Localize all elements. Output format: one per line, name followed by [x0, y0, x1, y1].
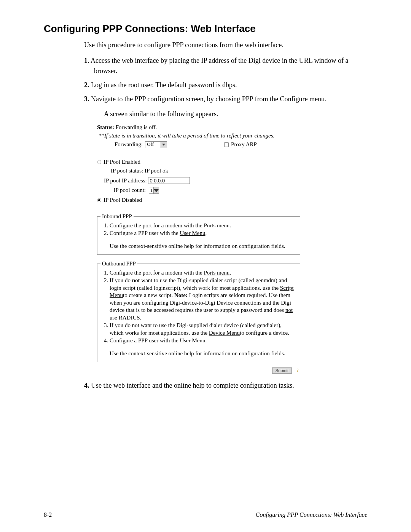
ip-pool-block: IP Pool Enabled IP pool status: IP pool … — [97, 158, 300, 204]
ip-pool-enabled-radio[interactable]: IP Pool Enabled — [97, 158, 300, 166]
page-footer: 8-2 Configuring PPP Connections: Web Int… — [44, 511, 367, 518]
ports-menu-link[interactable]: Ports menu — [204, 270, 229, 276]
ppp-config-screenshot: Status: Forwarding is off. **If state is… — [97, 124, 300, 374]
proxy-arp-label: Proxy ARP — [231, 141, 257, 149]
step-number: 1. — [84, 57, 89, 64]
inbound-item: Configure a PPP user with the User Menu. — [110, 230, 297, 237]
step-number: 2. — [84, 81, 89, 89]
step-2: 2. Log in as the root user. The default … — [84, 80, 367, 90]
outbound-list: Configure the port for a modem with the … — [100, 269, 297, 345]
inbound-list: Configure the port for a modem with the … — [100, 222, 297, 237]
step-text: Use the web interface and the online hel… — [91, 382, 294, 389]
chevron-down-icon — [161, 142, 167, 148]
ip-pool-address-input[interactable] — [148, 177, 190, 184]
outbound-item: If you do not want to use the Digi-suppl… — [110, 322, 297, 337]
forwarding-select[interactable]: Off — [145, 141, 167, 148]
transition-note: **If state is in transition, it will tak… — [99, 132, 300, 140]
forwarding-value: Off — [145, 141, 161, 148]
step-text: Access the web interface by placing the … — [91, 57, 348, 75]
inbound-legend: Inbound PPP — [100, 213, 134, 220]
ip-pool-count-row: IP pool count: 1 — [111, 187, 300, 194]
step-text: Log in as the root user. The default pas… — [91, 81, 237, 89]
submit-row: Submit ? — [97, 367, 300, 374]
step-number: 3. — [84, 95, 89, 103]
user-menu-link[interactable]: User Menu — [180, 230, 205, 236]
inbound-help-text: Use the context-sensitive online help fo… — [110, 243, 297, 250]
status-line: Status: Forwarding is off. — [97, 124, 300, 131]
forwarding-label: Forwarding: — [115, 141, 143, 149]
ip-pool-count-label: IP pool count: — [111, 187, 146, 194]
outbound-item: If you do not want to use the Digi-suppl… — [110, 277, 297, 321]
step-number: 4. — [84, 382, 89, 389]
step-text: Navigate to the PPP configuration screen… — [91, 95, 327, 103]
inbound-ppp-fieldset: Inbound PPP Configure the port for a mod… — [97, 213, 300, 255]
forwarding-row: Forwarding: Off Proxy ARP — [97, 141, 300, 149]
ip-pool-address-row: IP pool IP address: — [104, 177, 300, 185]
ip-pool-status-label: IP pool status: — [111, 168, 143, 174]
step-list: 1. Access the web interface by placing t… — [84, 56, 367, 119]
ports-menu-link[interactable]: Ports menu — [204, 222, 229, 228]
step-subtext: A screen similar to the following appear… — [94, 109, 367, 119]
proxy-arp-checkbox[interactable]: Proxy ARP — [224, 141, 257, 149]
page-heading: Configuring PPP Connections: Web Interfa… — [44, 23, 367, 35]
ip-pool-status: IP pool status: IP pool ok — [111, 167, 300, 175]
step-1: 1. Access the web interface by placing t… — [84, 56, 367, 76]
outbound-ppp-fieldset: Outbound PPP Configure the port for a mo… — [97, 260, 300, 362]
status-value: Forwarding is off. — [116, 124, 157, 130]
ip-pool-status-value: IP pool ok — [145, 168, 168, 174]
step-3: 3. Navigate to the PPP configuration scr… — [84, 94, 367, 119]
submit-button[interactable]: Submit — [272, 367, 292, 374]
device-menu-link[interactable]: Device Menu — [209, 330, 240, 336]
footer-title: Configuring PPP Connections: Web Interfa… — [256, 511, 367, 518]
outbound-item: Configure the port for a modem with the … — [110, 269, 297, 277]
radio-icon — [97, 198, 101, 202]
intro-text: Use this procedure to configure PPP conn… — [84, 40, 367, 50]
status-label: Status: — [97, 124, 114, 130]
ip-pool-enabled-label: IP Pool Enabled — [104, 158, 140, 166]
outbound-help-text: Use the context-sensitive online help fo… — [110, 350, 297, 358]
ip-pool-count-value: 1 — [149, 187, 154, 194]
checkbox-icon — [224, 142, 229, 147]
help-icon[interactable]: ? — [295, 368, 300, 373]
outbound-legend: Outbound PPP — [100, 260, 137, 268]
outbound-item: Configure a PPP user with the User Menu. — [110, 337, 297, 345]
ip-pool-address-label: IP pool IP address: — [104, 177, 147, 184]
step-list-cont: 4. Use the web interface and the online … — [84, 380, 367, 391]
user-menu-link[interactable]: User Menu — [180, 337, 205, 343]
inbound-item: Configure the port for a modem with the … — [110, 222, 297, 230]
page-number: 8-2 — [44, 511, 52, 518]
step-4: 4. Use the web interface and the online … — [84, 380, 367, 391]
ip-pool-disabled-radio[interactable]: IP Pool Disabled — [97, 197, 300, 204]
chevron-down-icon — [153, 187, 159, 193]
ip-pool-count-select[interactable]: 1 — [149, 187, 159, 194]
ip-pool-disabled-label: IP Pool Disabled — [104, 197, 142, 204]
radio-icon — [97, 160, 101, 164]
